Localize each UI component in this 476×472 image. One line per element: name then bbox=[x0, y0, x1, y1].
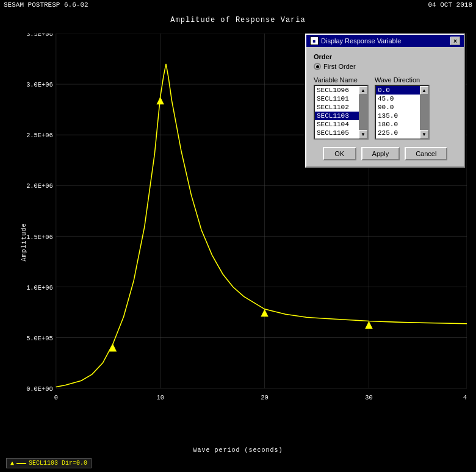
dialog-title: Display Response Variable bbox=[321, 37, 401, 45]
svg-text:30: 30 bbox=[365, 394, 372, 401]
svg-text:2.5E+06: 2.5E+06 bbox=[26, 132, 52, 139]
wave-direction-label: Wave Direction bbox=[375, 76, 430, 84]
app-date: 04 OCT 2018 bbox=[428, 1, 472, 9]
x-axis-label: Wave period (seconds) bbox=[193, 447, 283, 454]
first-order-label: First Order bbox=[323, 63, 356, 70]
svg-text:20: 20 bbox=[261, 394, 268, 401]
wave-direction-listbox[interactable]: 0.0 45.0 90.0 135.0 180.0 225.0 ▲ ▼ bbox=[375, 85, 430, 140]
wave-direction-group: Wave Direction 0.0 45.0 90.0 135.0 180.0… bbox=[375, 76, 430, 140]
chart-legend: SECL1103 Dir=0.0 bbox=[6, 458, 92, 468]
svg-marker-27 bbox=[109, 344, 117, 351]
svg-text:3.0E+06: 3.0E+06 bbox=[26, 81, 52, 88]
app-title: SESAM POSTRESP 6.6-02 bbox=[4, 1, 88, 9]
scroll-up-arrow[interactable]: ▲ bbox=[359, 86, 367, 95]
wave-item-2[interactable]: 90.0 bbox=[376, 103, 420, 112]
wave-scroll-down[interactable]: ▼ bbox=[420, 130, 428, 138]
svg-marker-28 bbox=[261, 309, 268, 316]
var-item-3[interactable]: SECL1103 bbox=[315, 112, 359, 120]
variable-name-listbox[interactable]: SECL1096 SECL1101 SECL1102 SECL1103 SECL… bbox=[314, 85, 369, 140]
dialog-window: ■ Display Response Variable × Order Firs… bbox=[305, 34, 465, 168]
svg-text:2.0E+06: 2.0E+06 bbox=[26, 182, 52, 190]
first-order-radio[interactable] bbox=[314, 63, 321, 70]
variable-list-items: SECL1096 SECL1101 SECL1102 SECL1103 SECL… bbox=[315, 86, 359, 137]
dialog-body: Order First Order Variable Name SECL1096… bbox=[306, 47, 464, 166]
variable-name-group: Variable Name SECL1096 SECL1101 SECL1102… bbox=[314, 76, 369, 140]
wave-item-0[interactable]: 0.0 bbox=[376, 86, 420, 95]
chart-title: Amplitude of Response Varia bbox=[0, 12, 476, 28]
svg-text:1.0E+06: 1.0E+06 bbox=[26, 284, 52, 291]
svg-text:40: 40 bbox=[463, 394, 467, 401]
scroll-track bbox=[359, 95, 367, 130]
wave-item-1[interactable]: 45.0 bbox=[376, 95, 420, 103]
svg-text:1.5E+06: 1.5E+06 bbox=[26, 234, 52, 241]
variable-scrollbar[interactable]: ▲ ▼ bbox=[359, 86, 367, 138]
var-item-4[interactable]: SECL1104 bbox=[315, 120, 359, 129]
wave-list-items: 0.0 45.0 90.0 135.0 180.0 225.0 bbox=[376, 86, 420, 137]
wave-item-5[interactable]: 225.0 bbox=[376, 129, 420, 137]
apply-button[interactable]: Apply bbox=[361, 147, 400, 160]
svg-text:5.0E+05: 5.0E+05 bbox=[26, 335, 52, 342]
dialog-app-icon: ■ bbox=[310, 37, 319, 45]
wave-scroll-up[interactable]: ▲ bbox=[420, 86, 428, 95]
svg-text:10: 10 bbox=[156, 394, 164, 401]
wave-scroll-track bbox=[420, 95, 428, 130]
legend-icon bbox=[10, 462, 14, 465]
dialog-buttons: OK Apply Cancel bbox=[314, 147, 456, 160]
dialog-close-button[interactable]: × bbox=[450, 37, 460, 45]
scroll-down-arrow[interactable]: ▼ bbox=[359, 130, 367, 138]
svg-marker-29 bbox=[365, 321, 372, 329]
legend-text: SECL1103 Dir=0.0 bbox=[29, 460, 87, 467]
cancel-button[interactable]: Cancel bbox=[405, 147, 447, 160]
variable-name-label: Variable Name bbox=[314, 76, 369, 84]
columns-row: Variable Name SECL1096 SECL1101 SECL1102… bbox=[314, 76, 456, 140]
svg-text:0: 0 bbox=[54, 394, 58, 401]
title-bar: SESAM POSTRESP 6.6-02 04 OCT 2018 bbox=[0, 0, 476, 10]
svg-marker-26 bbox=[156, 97, 164, 104]
var-item-5[interactable]: SECL1105 bbox=[315, 129, 359, 137]
dialog-title-left: ■ Display Response Variable bbox=[310, 37, 401, 45]
dialog-title-bar: ■ Display Response Variable × bbox=[306, 35, 464, 47]
svg-text:3.5E+06: 3.5E+06 bbox=[26, 34, 52, 38]
wave-item-3[interactable]: 135.0 bbox=[376, 112, 420, 120]
order-label: Order bbox=[314, 53, 456, 60]
radio-row: First Order bbox=[314, 63, 456, 70]
legend-line bbox=[16, 463, 26, 464]
var-item-0[interactable]: SECL1096 bbox=[315, 86, 359, 95]
var-item-2[interactable]: SECL1102 bbox=[315, 103, 359, 112]
wave-item-4[interactable]: 180.0 bbox=[376, 120, 420, 129]
var-item-1[interactable]: SECL1101 bbox=[315, 95, 359, 103]
wave-scrollbar[interactable]: ▲ ▼ bbox=[420, 86, 428, 138]
svg-text:0.0E+00: 0.0E+00 bbox=[26, 385, 52, 393]
ok-button[interactable]: OK bbox=[323, 147, 356, 160]
